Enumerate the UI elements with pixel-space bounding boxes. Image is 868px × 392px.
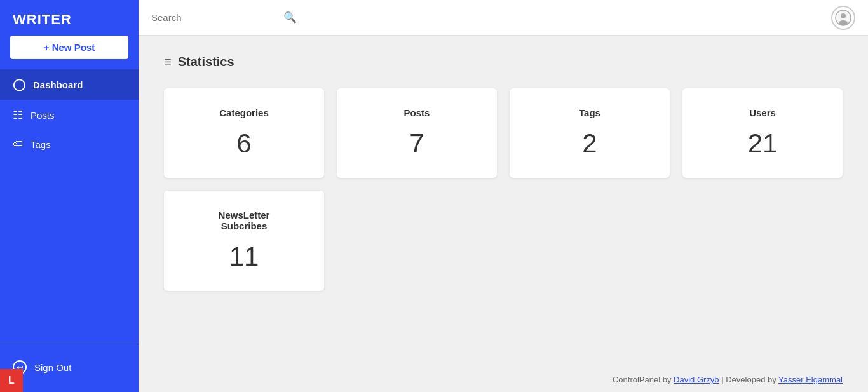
- stat-label-categories: Categories: [177, 107, 311, 118]
- sign-out-label: Sign Out: [34, 362, 71, 373]
- stat-card-users: Users 21: [682, 88, 843, 178]
- content-area: ≡ Statistics Categories 6 Posts 7 Tags 2…: [139, 36, 868, 367]
- dashboard-icon: ◯: [13, 78, 25, 91]
- sidebar-nav: ◯ Dashboard ☷ Posts 🏷 Tags: [0, 69, 139, 342]
- search-container: 🔍: [151, 11, 297, 24]
- svg-point-2: [839, 20, 848, 25]
- laravel-icon: L: [0, 369, 23, 392]
- header: 🔍: [139, 0, 868, 36]
- stat-value-categories: 6: [177, 128, 311, 159]
- footer-separator: | Developed by: [719, 375, 778, 384]
- search-input[interactable]: [151, 12, 278, 23]
- stat-value-newsletter: 11: [177, 241, 311, 272]
- sidebar-item-label-posts: Posts: [31, 110, 55, 121]
- sidebar: WRITER + New Post ◯ Dashboard ☷ Posts 🏷 …: [0, 0, 139, 392]
- footer-author2-link[interactable]: Yasser Elgammal: [778, 375, 843, 384]
- stat-label-users: Users: [695, 107, 830, 118]
- page-title: ≡ Statistics: [164, 55, 843, 69]
- footer: ControlPanel by David Grzyb | Developed …: [139, 367, 868, 392]
- stat-value-posts: 7: [349, 128, 484, 159]
- stat-card-posts: Posts 7: [337, 88, 497, 178]
- stat-card-categories: Categories 6: [164, 88, 324, 178]
- stats-grid-2: NewsLetter Subcribes 11: [164, 191, 843, 291]
- stat-card-newsletter: NewsLetter Subcribes 11: [164, 191, 324, 291]
- stat-card-tags: Tags 2: [510, 88, 670, 178]
- main-area: 🔍 ≡ Statistics Categories 6 Posts 7: [139, 0, 868, 392]
- sidebar-item-dashboard[interactable]: ◯ Dashboard: [0, 69, 139, 100]
- sidebar-item-posts[interactable]: ☷ Posts: [0, 100, 139, 130]
- stat-label-posts: Posts: [349, 107, 484, 118]
- footer-author1-link[interactable]: David Grzyb: [674, 375, 719, 384]
- footer-text: ControlPanel by: [613, 375, 674, 384]
- stats-grid: Categories 6 Posts 7 Tags 2 Users 21: [164, 88, 843, 178]
- stat-value-tags: 2: [522, 128, 657, 159]
- sidebar-item-tags[interactable]: 🏷 Tags: [0, 130, 139, 158]
- posts-icon: ☷: [13, 108, 23, 122]
- user-avatar[interactable]: [831, 6, 855, 30]
- app-logo: WRITER: [0, 0, 139, 36]
- stat-label-tags: Tags: [522, 107, 657, 118]
- search-icon: 🔍: [283, 11, 297, 24]
- new-post-button[interactable]: + New Post: [10, 36, 128, 59]
- stat-value-users: 21: [695, 128, 830, 159]
- page-title-text: Statistics: [178, 55, 234, 69]
- stat-label-newsletter: NewsLetter Subcribes: [177, 210, 311, 231]
- sidebar-item-label-tags: Tags: [31, 139, 51, 150]
- tags-icon: 🏷: [13, 139, 23, 150]
- sidebar-item-label-dashboard: Dashboard: [33, 79, 83, 90]
- list-icon: ≡: [164, 55, 172, 69]
- svg-point-1: [841, 13, 846, 18]
